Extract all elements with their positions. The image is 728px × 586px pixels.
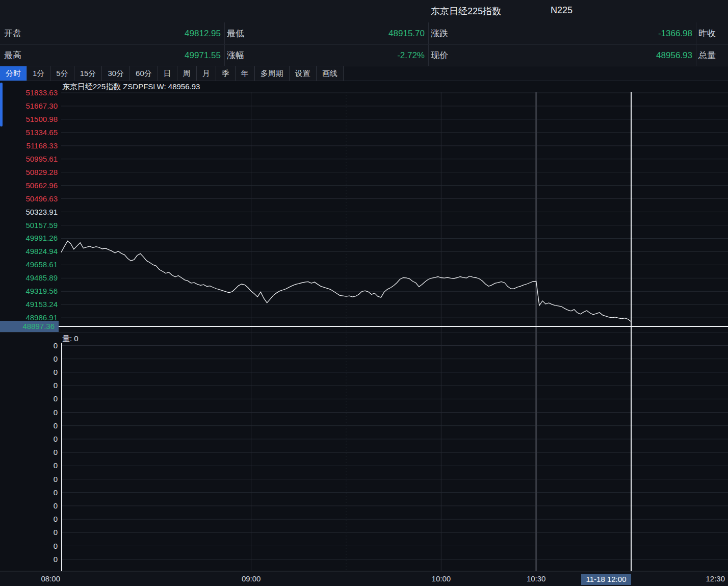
price-axis-label: 50323.91	[1, 208, 58, 216]
volume-axis-label: 0	[1, 342, 58, 350]
price-axis-label: 49485.89	[1, 274, 58, 282]
volume-axis-label: 0	[1, 435, 58, 443]
volume-axis-label: 0	[1, 395, 58, 403]
crosshair-time-tag: 11-18 12:00	[581, 574, 631, 585]
price-axis-label: 50662.96	[1, 182, 58, 190]
volume-axis-label: 0	[1, 555, 58, 564]
volume-axis-label: 0	[1, 542, 58, 550]
volume-axis-label: 0	[1, 381, 58, 390]
price-axis-label: 51833.63	[1, 89, 58, 97]
volume-axis-label: 0	[1, 355, 58, 363]
price-axis-label: 49991.26	[1, 234, 58, 242]
volume-axis-label: 0	[1, 368, 58, 376]
time-axis-label: 10:30	[526, 574, 547, 583]
volume-axis-label: 0	[1, 448, 58, 456]
price-axis-label: 49153.24	[1, 300, 58, 309]
trading-app-window: 东京日经225指数 N225 开盘49812.95最低48915.70涨跌-13…	[0, 0, 728, 586]
price-axis-label: 51500.98	[1, 115, 58, 123]
price-axis-label: 51168.33	[1, 142, 58, 150]
volume-axis-label: 0	[1, 489, 58, 497]
volume-axis-label: 0	[1, 515, 58, 523]
time-axis-label: 12:30	[704, 574, 725, 583]
volume-axis-label: 0	[1, 502, 58, 510]
chart-overlay-title: 东京日经225指数 ZSDPFSLW: 48956.93	[62, 82, 200, 92]
volume-axis-label: 0	[1, 462, 58, 470]
time-axis-label: 10:00	[431, 574, 451, 583]
time-axis: 08:0009:0010:0010:3011-18 12:0012:30	[0, 572, 728, 586]
left-scrollbar-thumb[interactable]	[0, 83, 3, 126]
price-axis-label: 49658.61	[1, 261, 58, 269]
price-axis-label: 50995.61	[1, 155, 58, 163]
price-axis-label: 49319.56	[1, 287, 58, 295]
time-axis-label: 09:00	[241, 574, 262, 583]
volume-axis-label: 0	[1, 475, 58, 483]
price-axis-label: 49824.94	[1, 247, 58, 256]
price-axis-label: 51334.65	[1, 129, 58, 137]
volume-axis-label: 0	[1, 528, 58, 537]
price-axis-label: 51667.30	[1, 102, 58, 110]
price-axis-label: 50829.28	[1, 168, 58, 176]
volume-axis-label: 0	[1, 422, 58, 430]
price-axis-label: 50496.63	[1, 195, 58, 203]
time-axis-label: 08:00	[37, 574, 60, 583]
crosshair-price-tag: 48897.36	[0, 321, 59, 332]
price-axis-label: 50157.59	[1, 221, 58, 230]
volume-axis-label: 0	[1, 409, 58, 417]
volume-indicator-label: 量: 0	[62, 334, 79, 344]
